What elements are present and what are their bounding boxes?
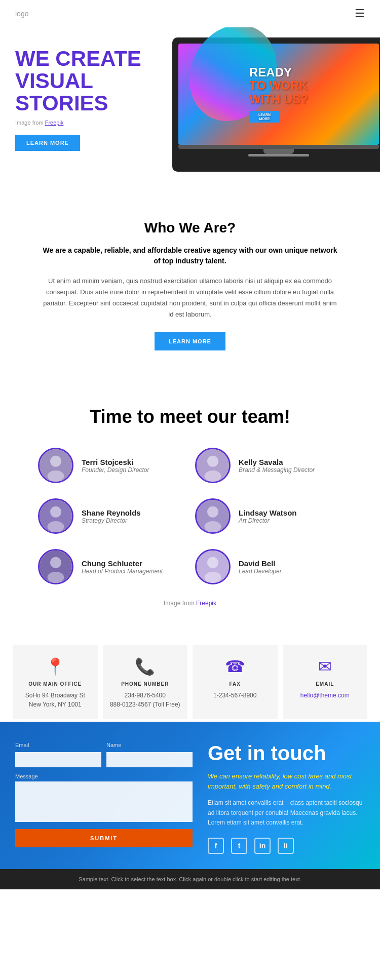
contact-card-value: 234-9876-5400888-0123-4567 (Toll Free)	[110, 691, 181, 709]
laptop-base	[178, 145, 379, 149]
hero-learn-more-button[interactable]: LEARN MORE	[15, 135, 80, 151]
laptop-cta-button: LEARN MORE	[249, 111, 280, 123]
contact-card-label: OUR MAIN OFFICE	[20, 681, 91, 687]
team-member: Chung Schlueter Head of Product Manageme…	[38, 549, 185, 584]
logo: logo	[15, 10, 28, 18]
message-label: Message	[15, 773, 193, 779]
navbar: logo ☰	[0, 0, 380, 27]
member-role: Brand & Messaging Director	[239, 466, 315, 474]
contact-card: ☎ FAX 1-234-567-8900	[193, 645, 278, 719]
contact-card: ✉ EMAIL hello@theme.com	[283, 645, 368, 719]
svg-point-17	[205, 572, 221, 583]
team-info: Terri Stojceski Founder, Design Director	[82, 458, 149, 474]
who-body: Ut enim ad minim veniam, quis nostrud ex…	[41, 276, 339, 320]
contact-card-value: 1-234-567-8900	[200, 691, 271, 700]
facebook-icon[interactable]: f	[208, 838, 224, 854]
team-image-credit: Image from Freepik	[15, 600, 365, 607]
laptop-foot	[248, 154, 309, 156]
contact-card: 📍 OUR MAIN OFFICE SoHo 94 Broadway StNew…	[13, 645, 98, 719]
member-role: Founder, Design Director	[82, 466, 149, 474]
twitter-icon[interactable]: t	[231, 838, 247, 854]
team-avatar	[38, 448, 73, 483]
social-icons: ftinli	[208, 838, 365, 854]
member-name: Lindsay Watson	[239, 508, 296, 517]
instagram-icon[interactable]: in	[254, 838, 271, 854]
message-textarea[interactable]	[15, 781, 193, 822]
who-title: Who We Are?	[41, 220, 339, 236]
contact-card-label: PHONE NUMBER	[110, 681, 181, 687]
svg-point-14	[48, 572, 64, 583]
name-input[interactable]	[106, 752, 193, 767]
contact-cards: 📍 OUR MAIN OFFICE SoHo 94 Broadway StNew…	[0, 642, 380, 722]
contact-card-icon: 📞	[110, 657, 181, 676]
member-name: Kelly Savala	[239, 458, 315, 466]
team-member: Shane Reynolds Strategy Director	[38, 498, 185, 534]
svg-point-7	[50, 506, 61, 518]
team-info: Chung Schlueter Head of Product Manageme…	[82, 559, 163, 575]
svg-point-2	[48, 471, 64, 482]
contact-card-value: hello@theme.com	[290, 691, 361, 700]
team-section: Time to meet our team! Terri Stojceski F…	[0, 381, 380, 622]
team-info: Shane Reynolds Strategy Director	[82, 508, 141, 524]
svg-point-13	[50, 557, 61, 568]
svg-point-5	[205, 471, 221, 482]
svg-point-16	[207, 557, 218, 568]
team-grid: Terri Stojceski Founder, Design Director…	[38, 448, 342, 584]
email-label: Email	[15, 742, 101, 748]
contact-card: 📞 PHONE NUMBER 234-9876-5400888-0123-456…	[103, 645, 188, 719]
contact-card-label: FAX	[200, 681, 271, 687]
get-in-touch-body: Etiam sit amet convallis erat – class ap…	[208, 798, 365, 828]
team-member: Terri Stojceski Founder, Design Director	[38, 448, 185, 483]
who-subtitle: We are a capable, reliable, and affordab…	[41, 245, 339, 266]
hero-title: WE CREATE VISUAL STORIES	[15, 48, 147, 114]
get-in-touch-subtitle: We can ensure reliability, low cost fare…	[208, 771, 365, 791]
member-role: Strategy Director	[82, 517, 141, 524]
contact-card-icon: ✉	[290, 657, 361, 676]
laptop-screen-text: READY TO WORK WITH US? LEARN MORE	[244, 61, 313, 128]
contact-card-label: EMAIL	[290, 681, 361, 687]
team-title: Time to meet our team!	[15, 406, 365, 427]
team-avatar	[195, 448, 231, 483]
who-learn-more-button[interactable]: LEARN MORE	[155, 332, 225, 350]
contact-card-icon: ☎	[200, 657, 271, 676]
get-in-touch-title: Get in touch	[208, 742, 365, 764]
name-label: Name	[106, 742, 193, 748]
svg-point-10	[207, 506, 218, 518]
hamburger-menu-icon[interactable]: ☰	[355, 7, 365, 20]
team-avatar	[38, 498, 73, 534]
email-input[interactable]	[15, 752, 101, 767]
submit-button[interactable]: SUBMIT	[15, 829, 193, 847]
team-avatar	[195, 498, 231, 534]
member-name: David Bell	[239, 559, 282, 568]
team-info: Lindsay Watson Art Director	[239, 508, 296, 524]
form-labels-row: Email Name	[15, 742, 193, 750]
svg-point-11	[205, 521, 221, 532]
member-role: Art Director	[239, 517, 296, 524]
contact-form: Email Name Message SUBMIT	[15, 742, 193, 854]
contact-info: Get in touch We can ensure reliability, …	[208, 742, 365, 854]
hero-image-credit: Image from Freepik	[15, 120, 147, 126]
svg-point-4	[207, 456, 218, 467]
team-info: David Bell Lead Developer	[239, 559, 282, 575]
team-member: Lindsay Watson Art Director	[195, 498, 342, 534]
who-we-are-section: Who We Are? We are a capable, reliable, …	[0, 189, 380, 381]
bottom-bar: Sample text. Click to select the text bo…	[0, 869, 380, 889]
team-member: David Bell Lead Developer	[195, 549, 342, 584]
contact-card-value: SoHo 94 Broadway StNew York, NY 1001	[20, 691, 91, 709]
laptop-stand	[263, 149, 294, 154]
member-role: Head of Product Management	[82, 568, 163, 575]
team-freepik-link[interactable]: Freepik	[196, 600, 216, 607]
bottom-bar-text: Sample text. Click to select the text bo…	[79, 876, 301, 882]
member-name: Shane Reynolds	[82, 508, 141, 517]
team-avatar	[195, 549, 231, 584]
freepik-link[interactable]: Freepik	[45, 120, 64, 126]
member-name: Chung Schlueter	[82, 559, 163, 568]
hero-section: WE CREATE VISUAL STORIES Image from Free…	[0, 27, 380, 189]
form-inputs-row	[15, 752, 193, 767]
team-avatar	[38, 549, 73, 584]
member-role: Lead Developer	[239, 568, 282, 575]
linkedin-icon[interactable]: li	[278, 838, 294, 854]
contact-card-icon: 📍	[20, 657, 91, 676]
hero-text-block: WE CREATE VISUAL STORIES Image from Free…	[15, 48, 147, 151]
email-link[interactable]: hello@theme.com	[300, 692, 350, 699]
